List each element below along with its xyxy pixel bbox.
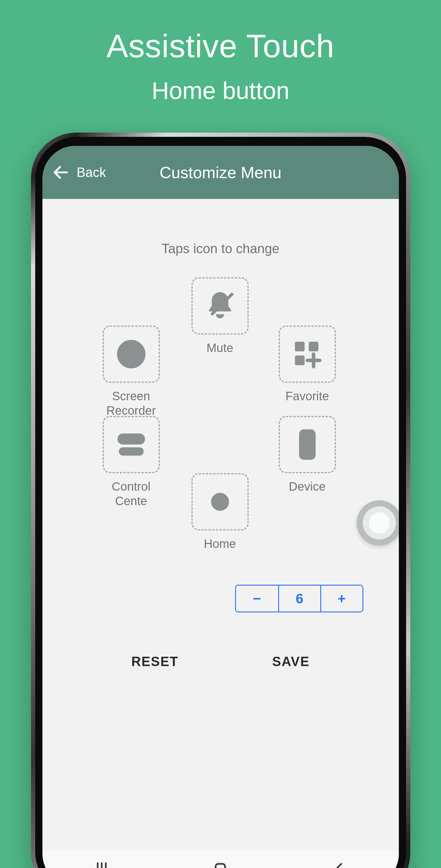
menu-slot-label: Control Cente	[101, 479, 161, 508]
reset-button[interactable]: RESET	[131, 654, 178, 669]
screen-title: Customize Menu	[160, 163, 281, 182]
svg-rect-13	[216, 864, 226, 868]
phone-outline-icon	[291, 428, 324, 461]
svg-point-7	[121, 436, 127, 442]
hint-text: Taps icon to change	[42, 241, 399, 256]
menu-slot-control-center[interactable]: Control Cente	[101, 416, 161, 508]
menu-slot-mute[interactable]: Mute	[190, 277, 250, 355]
menu-slot-label: Home	[190, 536, 250, 551]
stepper-plus-button[interactable]: +	[320, 586, 363, 612]
apps-add-icon	[291, 338, 324, 371]
stepper-value: 6	[278, 586, 320, 612]
recents-icon[interactable]	[94, 861, 110, 868]
menu-slot-favorite[interactable]: Favorite	[277, 326, 337, 403]
svg-point-12	[211, 493, 229, 511]
count-stepper: − 6 +	[235, 585, 363, 613]
svg-rect-5	[295, 355, 304, 365]
android-nav-bar	[42, 850, 399, 868]
back-label: Back	[77, 165, 106, 180]
save-button[interactable]: SAVE	[272, 654, 310, 669]
menu-slot-label: Favorite	[277, 389, 337, 403]
svg-point-9	[135, 448, 141, 455]
home-nav-icon[interactable]	[212, 861, 229, 868]
toggles-icon	[115, 428, 148, 461]
menu-slot-label: Screen Recorder	[101, 389, 161, 418]
app-header: Back Customize Menu	[42, 146, 399, 199]
svg-point-2	[125, 348, 137, 360]
menu-slot-label: Mute	[190, 341, 250, 355]
bell-off-icon	[203, 289, 237, 322]
back-nav-icon[interactable]	[331, 861, 347, 868]
arrow-left-icon	[52, 163, 70, 182]
svg-rect-4	[309, 342, 318, 351]
banner-subtitle: Home button	[0, 77, 441, 104]
stepper-minus-button[interactable]: −	[236, 586, 278, 612]
back-button[interactable]: Back	[52, 163, 106, 182]
content-area: Taps icon to change Mute	[42, 199, 399, 850]
menu-slot-device[interactable]: Device	[277, 416, 337, 494]
svg-rect-3	[295, 342, 304, 351]
banner-title: Assistive Touch	[0, 27, 441, 65]
svg-rect-10	[300, 431, 314, 458]
assistive-touch-bubble[interactable]	[357, 500, 399, 546]
home-dot-icon	[203, 485, 237, 518]
svg-rect-11	[304, 433, 310, 434]
phone-screen: Back Customize Menu Taps icon to change …	[42, 146, 399, 868]
record-icon	[115, 338, 148, 371]
menu-slot-screen-recorder[interactable]: Screen Recorder	[101, 326, 161, 418]
menu-slot-label: Device	[277, 479, 337, 494]
menu-slot-home[interactable]: Home	[190, 473, 250, 551]
